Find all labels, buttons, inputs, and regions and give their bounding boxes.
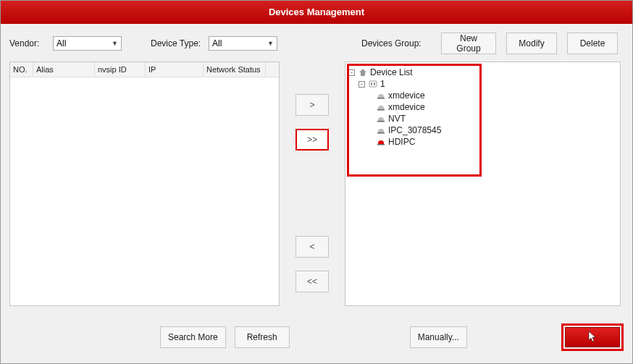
tree-device-row[interactable]: IPC_3078545 [348, 124, 617, 136]
device-type-label: Device Type: [151, 38, 209, 48]
device-type-select[interactable]: All ▼ [209, 36, 277, 51]
tree-device-label: xmdevice [388, 101, 425, 113]
camera-icon [376, 126, 386, 135]
col-tail [266, 62, 279, 77]
group-icon [368, 80, 378, 88]
tree-device-label: IPC_3078545 [388, 124, 441, 136]
device-table: NO. Alias nvsip ID IP Network Status [9, 62, 280, 306]
col-network-status[interactable]: Network Status [204, 62, 266, 77]
manually-button[interactable]: Manually... [410, 326, 467, 348]
collapse-icon[interactable]: - [348, 69, 355, 76]
add-all-button[interactable]: >> [295, 129, 329, 151]
remove-all-button[interactable]: << [295, 271, 329, 292]
camera-icon [376, 103, 386, 111]
tree-device-row[interactable]: HDIPC [348, 136, 617, 148]
footer-row: Search More Refresh Manually... [9, 324, 624, 350]
top-row: Vendor: All ▼ Device Type: All ▼ Devices… [9, 33, 624, 54]
new-group-button[interactable]: New Group [441, 33, 496, 54]
table-header: NO. Alias nvsip ID IP Network Status [10, 62, 279, 77]
tree-root-label: Device List [370, 67, 413, 78]
modify-button[interactable]: Modify [506, 33, 557, 54]
camera-icon [376, 91, 386, 100]
primary-action-button[interactable] [565, 327, 620, 347]
table-body [10, 77, 279, 305]
col-alias[interactable]: Alias [33, 62, 95, 77]
svg-rect-3 [377, 98, 385, 99]
cursor-icon [587, 331, 598, 344]
tree-group-row[interactable]: - 1 [348, 78, 617, 90]
content-area: Vendor: All ▼ Device Type: All ▼ Devices… [1, 24, 632, 306]
tree-device-row[interactable]: xmdevice [348, 90, 617, 101]
svg-rect-5 [377, 121, 385, 122]
refresh-button[interactable]: Refresh [235, 326, 290, 348]
move-buttons-column: > >> < << [280, 62, 345, 306]
home-icon [358, 68, 368, 77]
chevron-down-icon: ▼ [267, 40, 274, 47]
svg-rect-1 [371, 82, 372, 85]
tree-device-row[interactable]: NVT [348, 113, 617, 124]
svg-rect-6 [377, 132, 385, 134]
titlebar: Devices Management [1, 1, 632, 24]
camera-icon [376, 137, 386, 146]
svg-rect-4 [377, 109, 385, 111]
tree-content: - Device List - 1 xmdevi [345, 62, 620, 152]
tree-device-label: HDIPC [388, 136, 415, 148]
remove-one-button[interactable]: < [295, 236, 329, 258]
tree-group-label: 1 [380, 78, 385, 90]
camera-icon [376, 114, 386, 123]
delete-button[interactable]: Delete [567, 33, 618, 54]
device-type-value: All [212, 38, 222, 48]
devices-group-label: Devices Group: [361, 38, 441, 48]
vendor-value: All [56, 38, 66, 48]
tree-device-row[interactable]: xmdevice [348, 101, 617, 113]
collapse-icon[interactable]: - [359, 81, 365, 88]
search-more-button[interactable]: Search More [160, 326, 226, 348]
device-group-tree: - Device List - 1 xmdevi [345, 62, 621, 306]
svg-rect-2 [374, 82, 375, 85]
col-nvsip[interactable]: nvsip ID [95, 62, 146, 77]
vendor-label: Vendor: [9, 38, 53, 48]
primary-action-highlight [561, 323, 624, 351]
col-no[interactable]: NO. [10, 62, 33, 77]
devices-management-window: Devices Management Vendor: All ▼ Device … [0, 0, 633, 364]
tree-root-row[interactable]: - Device List [348, 67, 617, 78]
svg-rect-7 [377, 144, 385, 145]
chevron-down-icon: ▼ [112, 40, 118, 47]
add-one-button[interactable]: > [295, 94, 329, 116]
svg-rect-0 [369, 81, 377, 87]
col-ip[interactable]: IP [146, 62, 204, 77]
tree-device-label: xmdevice [388, 90, 425, 101]
window-title: Devices Management [269, 7, 364, 17]
vendor-select[interactable]: All ▼ [53, 36, 122, 51]
tree-device-label: NVT [388, 113, 406, 124]
main-row: NO. Alias nvsip ID IP Network Status > >… [9, 62, 624, 306]
